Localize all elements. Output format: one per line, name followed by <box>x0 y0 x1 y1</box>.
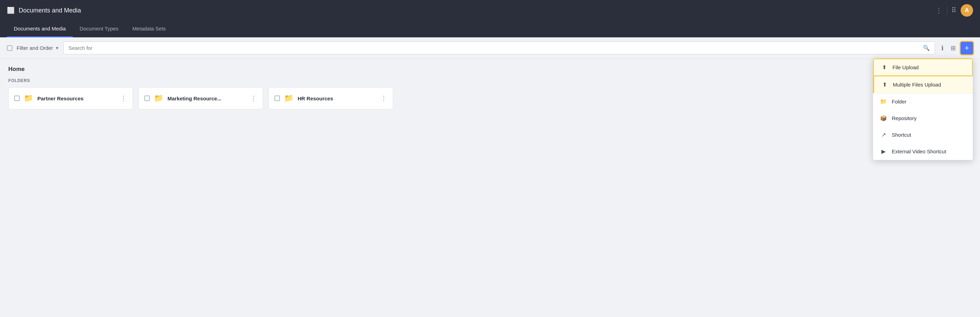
dropdown-item-external-video-shortcut[interactable]: ▶ External Video Shortcut <box>873 143 973 160</box>
folder-options-icon-2[interactable]: ⋮ <box>251 94 257 102</box>
app-title: Documents and Media <box>19 7 81 14</box>
folder-label: Folder <box>892 99 907 105</box>
section-title: Home <box>8 66 972 73</box>
folders-grid: 📁 Partner Resources ⋮ 📁 Marketing Resour… <box>8 87 972 109</box>
tab-metadata-sets[interactable]: Metadata Sets <box>125 21 173 37</box>
dropdown-item-multiple-files-upload[interactable]: ⬆ Multiple Files Upload <box>873 76 973 93</box>
tab-document-types[interactable]: Document Types <box>73 21 125 37</box>
external-video-label: External Video Shortcut <box>892 148 946 155</box>
sidebar-toggle-icon[interactable]: ⬜ <box>7 6 14 14</box>
multiple-files-upload-label: Multiple Files Upload <box>893 82 941 88</box>
view-toggle-button[interactable]: ⊞ <box>948 42 958 54</box>
avatar[interactable]: A <box>961 4 973 17</box>
tab-documents-and-media[interactable]: Documents and Media <box>7 21 73 37</box>
folder-checkbox-1[interactable] <box>14 96 20 101</box>
folder-checkbox-3[interactable] <box>274 96 280 101</box>
multiple-files-upload-icon: ⬆ <box>881 81 888 88</box>
folder-card-hr-resources[interactable]: 📁 HR Resources ⋮ <box>269 87 393 109</box>
shortcut-icon: ↗ <box>880 132 887 138</box>
folder-name-1: Partner Resources <box>37 96 116 101</box>
search-icon[interactable]: 🔍 <box>923 45 930 51</box>
shortcut-label: Shortcut <box>892 132 911 138</box>
repository-icon: 📦 <box>880 115 887 121</box>
toolbar-actions: ℹ ⊞ + <box>939 42 973 54</box>
search-bar: 🔍 <box>63 41 935 54</box>
toolbar: Filter and Order ▼ 🔍 ℹ ⊞ + <box>0 37 980 59</box>
dropdown-item-folder[interactable]: 📁 Folder <box>873 94 973 110</box>
folder-options-icon-1[interactable]: ⋮ <box>121 94 127 102</box>
external-video-icon: ▶ <box>880 148 887 155</box>
select-all-checkbox[interactable] <box>7 45 13 51</box>
folder-icon-2: 📁 <box>154 94 163 103</box>
folder-create-icon: 📁 <box>880 98 887 105</box>
file-upload-icon: ⬆ <box>881 64 888 71</box>
chevron-down-icon: ▼ <box>55 46 59 51</box>
repository-label: Repository <box>892 115 917 121</box>
folder-card-partner-resources[interactable]: 📁 Partner Resources ⋮ <box>8 87 133 109</box>
filter-and-order-button[interactable]: Filter and Order ▼ <box>17 45 59 51</box>
folder-checkbox-2[interactable] <box>144 96 150 101</box>
search-input[interactable] <box>68 45 923 51</box>
add-button[interactable]: + <box>961 42 973 54</box>
header-right: ⋮ ⠿ A <box>935 4 973 17</box>
folder-options-icon-3[interactable]: ⋮ <box>381 94 387 102</box>
file-upload-label: File Upload <box>892 64 919 70</box>
content-area: Home FOLDERS 📁 Partner Resources ⋮ 📁 Mar… <box>0 59 980 197</box>
info-icon-button[interactable]: ℹ <box>939 42 946 54</box>
filter-label: Filter and Order <box>17 45 53 51</box>
dropdown-item-file-upload[interactable]: ⬆ File Upload <box>873 59 973 76</box>
header-left: ⬜ Documents and Media <box>7 6 81 14</box>
select-all-area <box>7 45 13 51</box>
folder-name-3: HR Resources <box>298 96 377 101</box>
nav-tabs: Documents and Media Document Types Metad… <box>0 21 980 37</box>
apps-grid-icon[interactable]: ⠿ <box>951 6 956 14</box>
header-divider <box>947 6 947 14</box>
folder-icon-1: 📁 <box>24 94 33 103</box>
folder-card-marketing-resources[interactable]: 📁 Marketing Resource... ⋮ <box>138 87 263 109</box>
app-header: ⬜ Documents and Media ⋮ ⠿ A <box>0 0 980 21</box>
more-options-icon[interactable]: ⋮ <box>935 6 943 14</box>
dropdown-item-shortcut[interactable]: ↗ Shortcut <box>873 127 973 143</box>
dropdown-item-repository[interactable]: 📦 Repository <box>873 110 973 127</box>
folders-label: FOLDERS <box>8 78 972 83</box>
add-dropdown-menu: ⬆ File Upload ⬆ Multiple Files Upload 📁 … <box>873 58 973 160</box>
folder-icon-3: 📁 <box>284 94 293 103</box>
folder-name-2: Marketing Resource... <box>167 96 247 101</box>
